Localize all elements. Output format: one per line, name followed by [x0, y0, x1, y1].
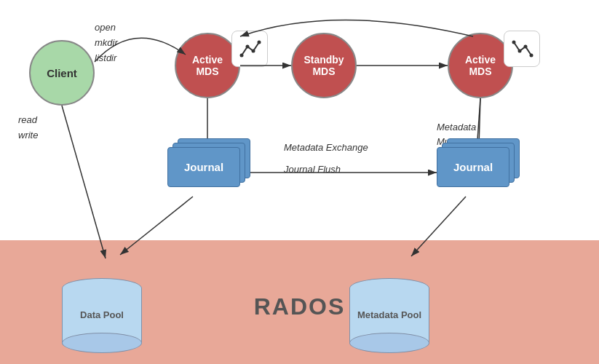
read-write-label: read write	[18, 113, 38, 143]
data-pool-bottom	[62, 333, 142, 353]
metadata-exchange-label: Metadata Exchange	[284, 142, 368, 153]
svg-point-3	[258, 41, 261, 44]
journal-card-front-2: Journal	[437, 147, 509, 187]
svg-point-1	[246, 45, 250, 49]
data-pool: Data Pool	[62, 278, 142, 353]
journal-card-front-1: Journal	[167, 147, 240, 187]
graph-icon-2	[504, 31, 540, 67]
metadata-pool-bottom	[349, 333, 429, 353]
open-mkdir-label: open mkdir listdir	[95, 20, 118, 66]
svg-point-0	[240, 54, 244, 58]
svg-point-5	[518, 50, 522, 53]
diagram: RADOS Client ActiveMDS StandbyMDS Active…	[0, 0, 599, 364]
active-mds-1: ActiveMDS	[175, 33, 240, 98]
svg-point-2	[252, 50, 255, 53]
client-node: Client	[29, 40, 95, 106]
graph-icon-1	[231, 31, 268, 67]
svg-line-12	[62, 106, 106, 258]
svg-point-6	[524, 45, 528, 49]
svg-point-4	[512, 41, 516, 44]
rados-label: RADOS	[254, 293, 346, 320]
journal-flush-label: Journal Flush	[284, 164, 341, 175]
metadata-pool: Metadata Pool	[349, 278, 429, 353]
svg-point-7	[530, 54, 533, 58]
standby-mds: StandbyMDS	[291, 33, 357, 98]
